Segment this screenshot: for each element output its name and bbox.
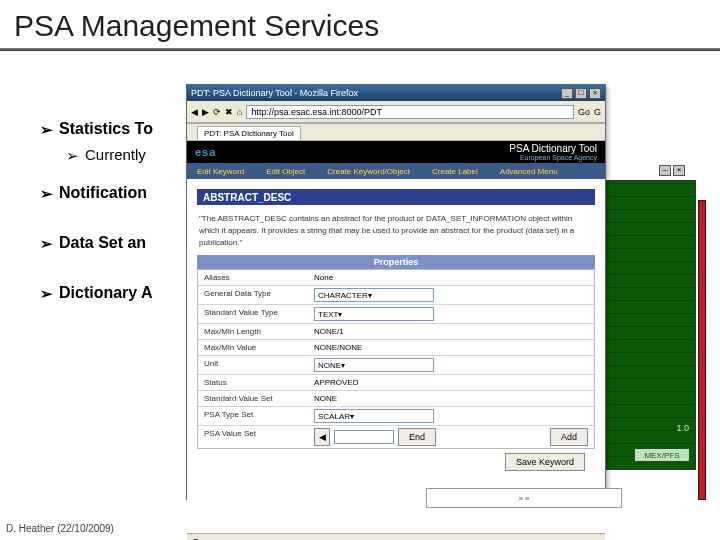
title-underline <box>0 48 720 51</box>
bullet-text: Data Set an <box>59 234 146 254</box>
prev-value-button[interactable]: ◀ <box>314 428 330 446</box>
prop-label: Standard Value Type <box>198 305 308 323</box>
arrow-icon: ➢ <box>40 284 53 304</box>
maximize-icon[interactable]: □ <box>575 88 587 99</box>
row-standard-value-type: Standard Value TypeTEXT ▾ <box>198 304 594 323</box>
back-icon[interactable]: ◀ <box>191 107 198 117</box>
bullet-text: Dictionary A <box>59 284 153 304</box>
chevron-down-icon: ▾ <box>350 412 354 421</box>
end-button[interactable]: End <box>398 428 436 446</box>
background-window-red <box>698 200 706 500</box>
unit-select[interactable]: NONE ▾ <box>314 358 434 372</box>
version-label: 1.0 <box>676 423 689 433</box>
home-icon[interactable]: ⌂ <box>237 107 242 117</box>
general-data-type-select[interactable]: CHARACTER ▾ <box>314 288 434 302</box>
app-banner: esa PSA Dictionary Tool European Space A… <box>187 141 605 163</box>
prop-value: NONE/1 <box>308 324 594 339</box>
bullet-text: Currently <box>85 146 146 166</box>
window-titlebar: PDT: PSA Dictionary Tool - Mozilla Firef… <box>187 85 605 101</box>
row-unit: UnitNONE ▾ <box>198 355 594 374</box>
standard-value-type-select[interactable]: TEXT ▾ <box>314 307 434 321</box>
menu-create-label[interactable]: Create Label <box>432 167 478 176</box>
app-body: ABSTRACT_DESC "The ABSTRACT_DESC contain… <box>187 179 605 533</box>
app-subtitle: European Space Agency <box>520 154 597 161</box>
slide: PSA Management Services ➢Statistics To ➢… <box>0 0 720 540</box>
row-psa-value-set: PSA Value Set ◀ End Add <box>198 425 594 448</box>
arrow-icon: ➢ <box>40 234 53 254</box>
row-aliases: AliasesNone <box>198 270 594 285</box>
tab-bar: PDT: PSA Dictionary Tool <box>187 123 605 141</box>
arrow-icon: ➢ <box>40 120 53 140</box>
psa-value-input[interactable] <box>334 430 394 444</box>
psa-type-select[interactable]: SCALAR ▾ <box>314 409 434 423</box>
minimize-icon[interactable]: – <box>659 165 671 176</box>
action-bar: Save Keyword <box>197 449 595 475</box>
address-bar[interactable]: http://psa.esac.esa.int:8000/PDT <box>246 105 574 119</box>
content-pane: ABSTRACT_DESC "The ABSTRACT_DESC contain… <box>187 179 605 533</box>
stop-icon[interactable]: ✖ <box>225 107 233 117</box>
prop-value: None <box>308 270 594 285</box>
page-title: PSA Management Services <box>14 9 379 43</box>
chevron-down-icon: ▾ <box>341 361 345 370</box>
row-status: StatusAPPROVED <box>198 374 594 390</box>
menu-edit-keyword[interactable]: Edit Keyword <box>197 167 244 176</box>
prop-label: Max/Min Length <box>198 324 308 339</box>
title-band: PSA Management Services <box>0 4 720 48</box>
add-button[interactable]: Add <box>550 428 588 446</box>
prop-label: Status <box>198 375 308 390</box>
minimize-icon[interactable]: _ <box>561 88 573 99</box>
status-bar: Done <box>187 533 605 540</box>
chevron-down-icon: ▾ <box>368 291 372 300</box>
window-controls: _ □ × <box>561 88 601 99</box>
dataset-tag: MEX/PFS <box>635 449 689 461</box>
row-standard-value-set: Standard Value SetNONE <box>198 390 594 406</box>
prop-label: PSA Value Set <box>198 426 308 448</box>
arrow-icon: ➢ <box>66 146 79 166</box>
prop-value: NONE <box>308 391 594 406</box>
keyword-name-bar: ABSTRACT_DESC <box>197 189 595 205</box>
app-menubar: Edit Keyword Edit Object Create Keyword/… <box>187 163 605 179</box>
esa-logo: esa <box>195 146 216 158</box>
forward-icon[interactable]: ▶ <box>202 107 209 117</box>
prop-label: Standard Value Set <box>198 391 308 406</box>
prop-label: Unit <box>198 356 308 374</box>
menu-edit-object[interactable]: Edit Object <box>266 167 305 176</box>
go-icon[interactable]: Go <box>578 107 590 117</box>
prop-label: Max/Min Value <box>198 340 308 355</box>
app-name: PSA Dictionary Tool <box>509 143 597 154</box>
close-icon[interactable]: × <box>589 88 601 99</box>
background-strip: » » <box>426 488 622 508</box>
row-max-min-length: Max/Min LengthNONE/1 <box>198 323 594 339</box>
properties-table: AliasesNone General Data TypeCHARACTER ▾… <box>197 269 595 449</box>
chevron-down-icon: ▾ <box>338 310 342 319</box>
properties-header: Properties <box>197 255 595 269</box>
prop-label: General Data Type <box>198 286 308 304</box>
window-title: PDT: PSA Dictionary Tool - Mozilla Firef… <box>191 88 358 98</box>
menu-advanced[interactable]: Advanced Menu <box>500 167 558 176</box>
browser-window: PDT: PSA Dictionary Tool - Mozilla Firef… <box>186 84 606 500</box>
arrow-icon: ➢ <box>40 184 53 204</box>
url-text: http://psa.esac.esa.int:8000/PDT <box>251 107 382 117</box>
window-controls: – × <box>659 165 695 179</box>
prop-value: APPROVED <box>308 375 594 390</box>
keyword-description: "The ABSTRACT_DESC contains an abstract … <box>197 209 595 249</box>
save-keyword-button[interactable]: Save Keyword <box>505 453 585 471</box>
reload-icon[interactable]: ⟳ <box>213 107 221 117</box>
row-general-data-type: General Data TypeCHARACTER ▾ <box>198 285 594 304</box>
menu-create-keyword[interactable]: Create Keyword/Object <box>327 167 410 176</box>
slide-footer: D. Heather (22/10/2009) <box>6 523 114 534</box>
bullet-text: Notification <box>59 184 147 204</box>
close-icon[interactable]: × <box>673 165 685 176</box>
row-max-min-value: Max/Min ValueNONE/NONE <box>198 339 594 355</box>
prop-label: PSA Type Set <box>198 407 308 425</box>
browser-toolbar: ◀ ▶ ⟳ ✖ ⌂ http://psa.esac.esa.int:8000/P… <box>187 101 605 123</box>
tab-pdt[interactable]: PDT: PSA Dictionary Tool <box>197 126 301 140</box>
bullet-text: Statistics To <box>59 120 153 140</box>
row-psa-type-set: PSA Type SetSCALAR ▾ <box>198 406 594 425</box>
search-icon[interactable]: G <box>594 107 601 117</box>
prop-value: NONE/NONE <box>308 340 594 355</box>
prop-label: Aliases <box>198 270 308 285</box>
